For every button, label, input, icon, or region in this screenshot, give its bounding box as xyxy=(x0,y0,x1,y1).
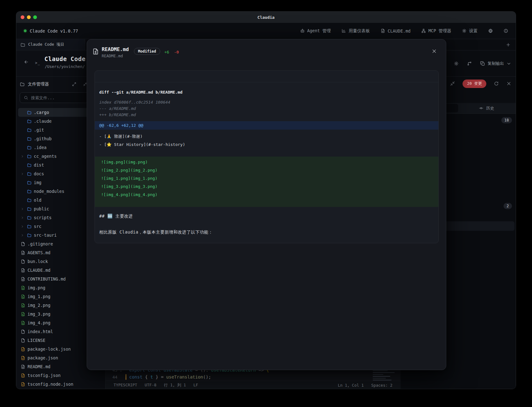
file-icon xyxy=(21,259,25,264)
tree-item-label: src xyxy=(34,224,41,229)
info-icon[interactable] xyxy=(504,28,508,33)
refresh-button[interactable] xyxy=(494,81,499,86)
close-window-button[interactable] xyxy=(21,15,24,19)
close-panel-button[interactable] xyxy=(506,81,511,86)
tree-item-label: public xyxy=(34,206,49,211)
collapse-diff-button[interactable] xyxy=(450,81,455,86)
minimap-line xyxy=(373,370,388,371)
tree-item-label: README.md xyxy=(28,364,50,369)
chevron-down-icon xyxy=(506,61,511,66)
tree-item-label: .cargo xyxy=(34,110,49,115)
search-icon xyxy=(24,95,28,100)
editor-status-bar: TYPESCRIPTUTF-8行 1, 列 1LF Ln 1, Col 1Spa… xyxy=(105,381,401,389)
tree-item-label: .git xyxy=(34,127,44,132)
tree-item-label: package-lock.json xyxy=(28,347,71,352)
menu-item-label: 用量仪表板 xyxy=(349,28,370,34)
doc-icon xyxy=(21,364,25,369)
new-tab-button[interactable] xyxy=(506,42,511,47)
minimap[interactable] xyxy=(373,368,398,382)
folder-icon xyxy=(27,128,32,132)
img-icon xyxy=(21,312,25,317)
folder-icon xyxy=(27,172,32,176)
menu-item-4[interactable]: 设置 xyxy=(462,28,478,34)
diff-context-lines: - [🙏 致谢](#-致谢)- [⭐ Star History](#-star-… xyxy=(95,132,438,149)
sitemap-icon xyxy=(421,28,426,33)
tree-item-label: .idea xyxy=(34,145,47,150)
tree-item-label: src-tauri xyxy=(34,233,57,238)
folder-icon xyxy=(27,119,32,124)
doc-icon xyxy=(21,250,25,255)
file-diff-icon xyxy=(92,48,99,55)
status-item: Ln 1, Col 1 xyxy=(338,383,364,388)
expand-panel-button[interactable] xyxy=(72,82,76,86)
window-title: Claudia xyxy=(16,15,516,20)
gear-icon xyxy=(462,28,467,33)
img-icon xyxy=(21,294,25,299)
img-icon xyxy=(21,321,25,325)
img-icon xyxy=(21,303,25,308)
tree-item-label: .gitignore xyxy=(28,241,53,246)
chevron-right-icon[interactable] xyxy=(21,225,25,228)
diff-added-line: ![img_1.png](img_1.png) xyxy=(95,174,438,183)
git-branch-icon[interactable] xyxy=(467,61,472,66)
chevron-right-icon[interactable] xyxy=(21,172,25,176)
close-modal-button[interactable] xyxy=(432,49,437,54)
json-icon xyxy=(21,347,25,352)
diff-card: diff --git a/README.md b/README.md index… xyxy=(95,70,439,243)
minimize-window-button[interactable] xyxy=(27,15,31,19)
history-count-badge-2: 2 xyxy=(504,203,512,209)
chevron-right-icon[interactable] xyxy=(21,234,25,237)
robot-icon xyxy=(300,28,305,33)
chevron-right-icon[interactable] xyxy=(21,216,25,219)
tab-history[interactable]: 历史 xyxy=(458,104,515,112)
tree-item-tsconfig.node.json[interactable]: tsconfig.node.json xyxy=(18,380,103,389)
menu-item-2[interactable]: CLAUDE.md xyxy=(381,28,411,33)
folder-icon xyxy=(20,42,25,47)
folder-icon xyxy=(27,189,32,194)
menu-item-0[interactable]: Agent 管理 xyxy=(300,28,331,34)
menu-item-label: MCP 管理器 xyxy=(428,28,451,34)
changes-count-badge[interactable]: 20 变更 xyxy=(463,80,486,88)
code-text: const { t } = useTranslation(); xyxy=(129,374,211,379)
menu-item-1[interactable]: 用量仪表板 xyxy=(341,28,370,34)
menu-item-3[interactable]: MCP 管理器 xyxy=(421,28,451,34)
gear-icon[interactable] xyxy=(454,61,459,66)
maximize-window-button[interactable] xyxy=(33,15,37,19)
copy-output-button[interactable]: 复制输出 xyxy=(480,61,511,66)
tree-item-label: img_2.png xyxy=(28,303,50,308)
tree-item-label: img_4.png xyxy=(28,320,50,325)
status-item: TYPESCRIPT xyxy=(114,383,137,388)
minimap-line xyxy=(373,380,391,380)
doc-icon xyxy=(21,277,25,281)
terminal-icon: >_ xyxy=(35,61,40,65)
tree-item-label: bun.lock xyxy=(28,259,48,264)
tab-claude-code-project[interactable]: Claude Code 项目 xyxy=(16,39,85,50)
status-item: 行 1, 列 1 xyxy=(164,383,186,388)
additions-count: +6 xyxy=(164,50,169,54)
tree-item-tsconfig.json[interactable]: tsconfig.json xyxy=(18,371,103,380)
minimap-line xyxy=(373,378,386,379)
diff-added-line: ![img.png](img.png) xyxy=(95,158,438,166)
folder-icon xyxy=(27,163,32,167)
menu-item-label: 设置 xyxy=(469,28,478,34)
globe-icon[interactable] xyxy=(488,28,493,33)
copy-output-label: 复制输出 xyxy=(488,61,504,66)
json-icon xyxy=(21,373,25,378)
status-right: Ln 1, Col 1Spaces: 2 xyxy=(338,383,392,388)
modal-header: README.md Modified +6 -0 README.md xyxy=(87,39,446,63)
tree-item-label: old xyxy=(34,198,41,203)
tree-item-label: node_modules xyxy=(34,189,64,194)
modal-file-path: README.md xyxy=(102,54,123,58)
tree-item-label: LICENSE xyxy=(28,338,45,343)
tree-item-label: index.html xyxy=(28,329,53,334)
diff-meta-line: index d76086f..c0c2514 100644 xyxy=(95,99,438,106)
chevron-right-icon[interactable] xyxy=(21,155,25,158)
diff-card-header xyxy=(95,71,438,82)
project-name: Claude Code xyxy=(44,55,85,62)
copy-icon xyxy=(480,61,485,66)
tree-item-label: dist xyxy=(34,162,44,167)
chevron-right-icon[interactable] xyxy=(21,207,25,211)
diff-added-line: ![img_2.png](img_2.png) xyxy=(95,166,438,174)
file-icon xyxy=(21,242,25,246)
back-button[interactable] xyxy=(24,59,29,64)
